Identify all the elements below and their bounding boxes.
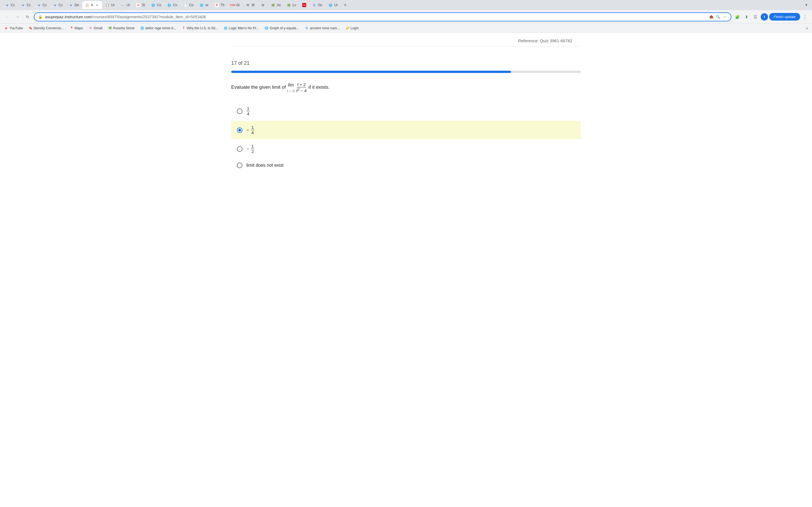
tab-g[interactable]: G Gc	[310, 1, 325, 9]
youtube-icon: ▶	[4, 26, 8, 30]
tab-ur2[interactable]: 🌐 Ur	[326, 1, 341, 9]
bookmark-youtube-label: YouTube	[10, 26, 23, 30]
answer-math-3: − 1 2	[246, 144, 254, 154]
extensions-icon[interactable]: 🧩	[733, 13, 742, 21]
bookmark-maps[interactable]: 📍 Maps	[67, 25, 85, 31]
bookmark-login-label: Login	[350, 26, 359, 30]
progress-bar-container	[231, 71, 581, 73]
lim-word: lim	[288, 81, 294, 89]
bookmarks-bar: ▶ YouTube 🔖 Density Conversio... 📍 Maps …	[0, 24, 812, 33]
tab-5[interactable]: ★ De	[66, 1, 82, 9]
tab-title-4: Cc	[59, 3, 63, 7]
radio-4[interactable]	[237, 163, 243, 168]
tab-3[interactable]: ★ Cc	[34, 1, 50, 9]
bookmark-density-label: Density Conversio...	[34, 26, 64, 30]
answer-den-1: 4	[246, 111, 250, 116]
tab-11[interactable]: 🌐 Co	[164, 1, 180, 9]
tab-close-active[interactable]: ✕	[95, 3, 99, 7]
finish-update-button[interactable]: Finish update	[769, 13, 800, 20]
answer-num-2: 1	[251, 125, 254, 130]
bookmark-rosetta-label: Rosetta Stone	[113, 26, 135, 30]
tab-9[interactable]: Si Si	[133, 1, 148, 9]
answer-num-1: 1	[246, 106, 250, 111]
tab-p[interactable]: P Th	[212, 1, 227, 9]
bookmark-gmail[interactable]: ✉ Gmail	[86, 25, 105, 31]
reload-button[interactable]: ↻	[24, 13, 32, 21]
question-suffix: if it exists.	[308, 84, 329, 90]
question-number: 17 of 21	[231, 60, 581, 66]
tab-favicon-ne: Ne	[302, 3, 306, 7]
dellor-icon: 🌐	[140, 26, 144, 30]
bookmark-star-icon[interactable]: ☆	[722, 14, 727, 19]
tab-cnn[interactable]: CNN Gi	[228, 1, 243, 9]
tab-w1[interactable]: W W	[243, 1, 257, 9]
new-tab-button[interactable]: +	[341, 1, 349, 9]
tab-w2[interactable]: W	[258, 1, 267, 9]
tab-2[interactable]: ★ Cc	[18, 1, 34, 9]
answer-math-1: 1 4	[246, 106, 250, 116]
tab-title-8: Ur	[126, 3, 130, 7]
tab-title-as: As	[276, 3, 281, 7]
tab-favicon-w1: W	[246, 3, 250, 7]
tab-overflow-button[interactable]: ▼	[803, 2, 810, 8]
tab-favicon-active: 📋	[85, 3, 89, 7]
url-text: asuprepaz.instructure.com/courses/65975/…	[45, 15, 707, 19]
bookmark-dellor[interactable]: 🌐 dellor rage remix b...	[138, 25, 178, 31]
tab-sc[interactable]: 🌐 sc	[197, 1, 211, 9]
maps-icon: 📍	[70, 26, 73, 30]
tab-favicon-3: ★	[37, 3, 41, 7]
tab-ne[interactable]: Ne	[299, 1, 309, 9]
tab-1[interactable]: ★ Cc	[2, 1, 18, 9]
bookmark-youtube[interactable]: ▶ YouTube	[2, 25, 25, 31]
tab-title-cnn: Gi	[236, 3, 240, 7]
tab-favicon-ur2: 🌐	[328, 3, 333, 7]
security-icon: 🔒	[38, 14, 43, 19]
bookmark-ancient[interactable]: G ancient rome nam...	[303, 25, 342, 31]
answer-choice-2[interactable]: − 1 4	[231, 121, 581, 139]
fraction-denominator: t2 − 4	[296, 87, 307, 93]
answer-choice-3[interactable]: − 1 2	[231, 140, 581, 158]
bookmark-density[interactable]: 🔖 Density Conversio...	[26, 25, 66, 31]
radio-2[interactable]	[237, 127, 243, 133]
bookmark-rosetta[interactable]: 🌿 Rosetta Stone	[106, 25, 137, 31]
answer-math-2: − 1 4	[246, 125, 254, 135]
profile-button[interactable]: I	[761, 13, 768, 20]
cast-icon[interactable]: 📤	[709, 14, 714, 19]
downloads-icon[interactable]: ⬇	[743, 13, 751, 21]
tab-as[interactable]: 🌿 As	[268, 1, 283, 9]
tab-title-9: Si	[142, 3, 145, 7]
tab-7[interactable]: 📋 Ur	[103, 1, 117, 9]
bookmark-graph[interactable]: 🌐 Graph of y equals...	[262, 25, 301, 31]
forward-button[interactable]: →	[13, 13, 21, 21]
tab-bar: ★ Cc ★ Cc ★ Cc ★ Cc ★ De 📋 X ✕ 📋 Ur	[0, 0, 812, 10]
chrome-menu-button[interactable]: ⋮	[801, 14, 809, 20]
radio-3[interactable]	[237, 146, 243, 152]
bookmark-usis[interactable]: T Why the U.S. Is Sti...	[180, 25, 220, 31]
bookmarks-more-button[interactable]: »	[804, 25, 810, 31]
answer-choice-1[interactable]: 1 4	[231, 102, 581, 120]
tab-favicon-12: 📄	[184, 3, 188, 7]
tab-lc[interactable]: 🌿 Lc	[284, 1, 299, 9]
lim-group: lim t→−2	[287, 81, 295, 94]
question-text: Evaluate the given limit of lim t→−2 t +…	[231, 81, 581, 94]
tab-4[interactable]: ★ Cc	[50, 1, 66, 9]
bookmarks-icon[interactable]: ☰	[752, 13, 760, 21]
progress-bar-fill	[231, 71, 511, 73]
url-bar[interactable]: 🔒 asuprepaz.instructure.com/courses/6597…	[34, 12, 731, 21]
tab-12[interactable]: 📄 Co	[181, 1, 196, 9]
bookmark-logic[interactable]: 🌐 Logic Men's No Pr...	[221, 25, 261, 31]
url-base: asuprepaz.instructure.com	[45, 15, 92, 19]
graph-icon: 🌐	[264, 26, 268, 30]
answer-text-4: limit does not exist	[246, 163, 284, 168]
tab-10[interactable]: 🌐 Co	[148, 1, 164, 9]
tab-active[interactable]: 📋 X ✕	[82, 1, 102, 9]
tab-8[interactable]: — Ur	[118, 1, 133, 9]
reference-bar: Reference: Quiz 3961-68782	[231, 38, 581, 46]
reference-text: Reference: Quiz 3961-68782	[518, 38, 572, 43]
back-button[interactable]: ←	[3, 13, 11, 21]
answer-choice-4[interactable]: limit does not exist	[231, 159, 581, 172]
bookmark-usis-label: Why the U.S. Is Sti...	[187, 26, 218, 30]
radio-1[interactable]	[237, 108, 243, 114]
search-icon[interactable]: 🔍	[716, 14, 721, 19]
bookmark-login[interactable]: 🔑 Login	[343, 25, 361, 31]
